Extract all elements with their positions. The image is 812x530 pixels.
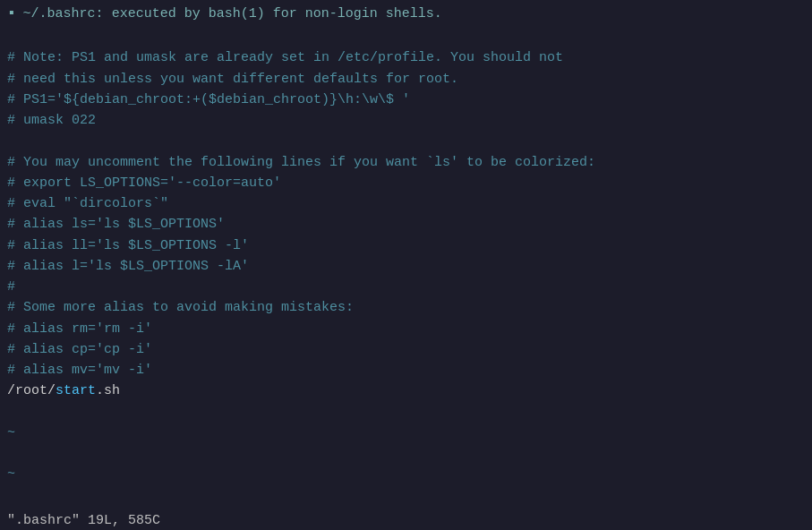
code-line [7, 485, 805, 506]
code-line [7, 131, 805, 151]
code-line: # alias ls='ls $LS_OPTIONS' [7, 214, 805, 235]
code-line: # You may uncomment the following lines … [7, 152, 805, 173]
code-line: # alias mv='mv -i' [7, 360, 805, 380]
code-line: ~ [7, 423, 805, 443]
path-ext: .sh [96, 383, 120, 398]
code-line: # need this unless you want different de… [7, 69, 805, 90]
path-file: start [56, 383, 96, 398]
code-line: # [7, 277, 805, 297]
code-line [7, 402, 805, 423]
code-line: # PS1='${debian_chroot:+($debian_chroot)… [7, 90, 805, 110]
title-text: ~/.bashrc: executed by bash(1) for non-l… [23, 6, 442, 21]
path-root: /root/ [7, 383, 56, 398]
code-area: # Note: PS1 and umask are already set in… [7, 27, 805, 526]
title-bar: ▪ ~/.bashrc: executed by bash(1) for non… [7, 4, 805, 27]
code-line: ~ [7, 464, 805, 484]
code-line [7, 27, 805, 47]
code-line: # eval "`dircolors`" [7, 193, 805, 214]
code-line: # alias cp='cp -i' [7, 339, 805, 360]
status-bar: ".bashrc" 19L, 585C [0, 511, 812, 530]
code-line: # umask 022 [7, 110, 805, 131]
code-line: # alias rm='rm -i' [7, 319, 805, 339]
code-line: /root/start.sh [7, 380, 805, 401]
code-line: # Some more alias to avoid making mistak… [7, 297, 805, 318]
terminal-window: ▪ ~/.bashrc: executed by bash(1) for non… [0, 0, 812, 530]
code-line [7, 443, 805, 464]
code-line: # alias l='ls $LS_OPTIONS -lA' [7, 256, 805, 277]
file-icon: ▪ [7, 5, 16, 21]
code-line: # alias ll='ls $LS_OPTIONS -l' [7, 235, 805, 256]
code-line: # Note: PS1 and umask are already set in… [7, 47, 805, 68]
code-line: # export LS_OPTIONS='--color=auto' [7, 173, 805, 193]
